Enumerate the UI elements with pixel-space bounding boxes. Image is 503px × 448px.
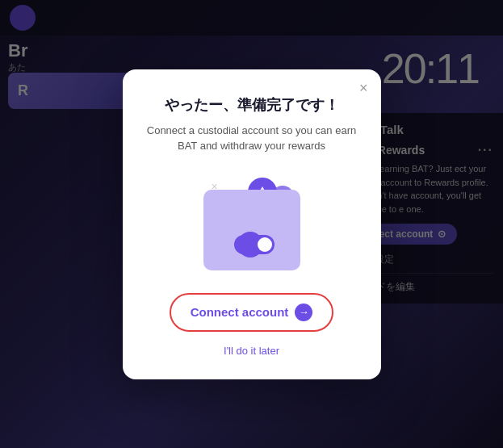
connect-account-button[interactable]: Connect account → [170,293,334,332]
wallet-toggle-knob [258,237,272,252]
modal-close-button[interactable]: × [359,81,368,95]
connect-arrow-icon: → [295,304,312,321]
connect-account-label: Connect account [191,305,289,319]
connect-account-modal: × やったー、準備完了です！ Connect a custodial accou… [123,69,381,379]
wallet-body: ✓ [203,210,300,270]
wallet-illustration: × ✓ [187,174,316,270]
wallet-toggle [234,235,275,254]
modal-title: やったー、準備完了です！ [145,95,358,115]
later-link[interactable]: I'll do it later [145,345,358,357]
modal-subtitle: Connect a custodial account so you can e… [145,123,358,154]
